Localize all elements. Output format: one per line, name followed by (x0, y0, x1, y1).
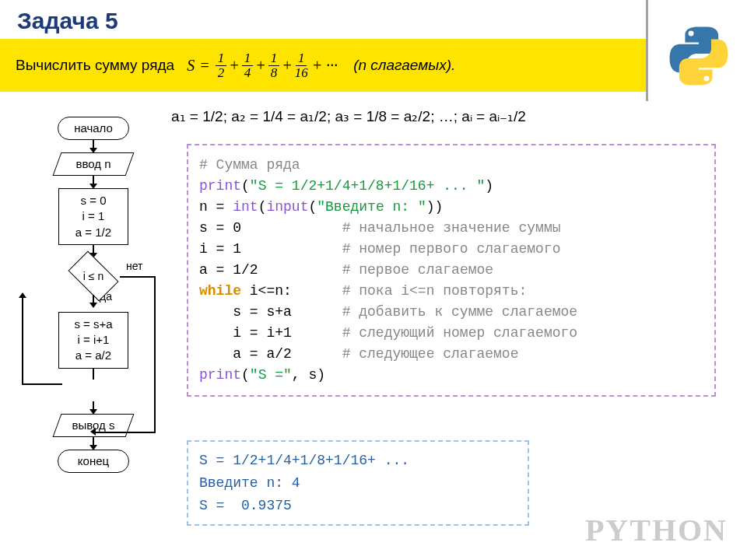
band-formula: S = 12 + 14 + 18 + 116 + ··· (184, 51, 338, 80)
frac-4: 116 (295, 51, 308, 80)
band-post: (n слагаемых). (353, 57, 455, 74)
code-print-2: print (199, 367, 241, 383)
dots: + ··· (312, 57, 338, 75)
divider (646, 0, 648, 101)
fc-body-i: i = i+1 (61, 332, 126, 348)
sym-S: S (187, 57, 195, 75)
task-title: Задача 5 (17, 8, 118, 34)
out-l3: S = 0.9375 (199, 498, 292, 513)
python-watermark: PYTHON (585, 512, 728, 548)
python-logo-icon (666, 23, 731, 89)
sequence-formula: a₁ = 1/2; a₂ = 1/4 = a₁/2; a₃ = 1/8 = a₂… (171, 107, 526, 125)
fc-init: s = 0 i = 1 a = 1/2 (58, 188, 128, 245)
fc-init-a: a = 1/2 (61, 225, 126, 240)
frac-2: 14 (242, 51, 254, 80)
code-listing: # Сумма ряда print("S = 1/2+1/4+1/8+1/16… (187, 144, 716, 397)
frac-3: 18 (268, 51, 280, 80)
fc-cond: i ≤ n (67, 257, 120, 295)
fc-start: начало (58, 117, 129, 140)
plus-1: + (229, 57, 240, 75)
out-l1: S = 1/2+1/4+1/8+1/16+ ... (199, 453, 409, 468)
flowchart: начало ввод n s = 0 i = 1 a = 1/2 нет да… (16, 117, 171, 473)
fc-loop: нет да i ≤ n s = s+a i = i+1 a = a/2 (16, 257, 171, 380)
fc-init-s: s = 0 (61, 193, 126, 208)
fc-end: конец (58, 450, 129, 473)
fc-output: вывод s (57, 414, 130, 437)
output-box: S = 1/2+1/4+1/8+1/16+ ... Введите n: 4 S… (187, 440, 529, 526)
plus-2: + (255, 57, 266, 75)
problem-band: Вычислить сумму ряда S = 12 + 14 + 18 + … (0, 39, 646, 92)
sym-eq: = (199, 57, 210, 75)
svg-point-0 (689, 31, 694, 37)
band-pre: Вычислить сумму ряда (16, 57, 174, 74)
out-l2: Введите n: 4 (199, 475, 300, 491)
code-while: while (199, 283, 241, 299)
code-print-1: print (199, 178, 241, 194)
plus-3: + (282, 57, 293, 75)
fc-body-s: s = s+a (61, 317, 126, 332)
frac-1: 12 (216, 51, 227, 80)
fc-init-i: i = 1 (61, 208, 126, 224)
fc-no: нет (126, 260, 142, 272)
code-comment-header: # Сумма ряда (199, 157, 300, 173)
fc-body-a: a = a/2 (61, 348, 126, 363)
fc-body: s = s+a i = i+1 a = a/2 (58, 312, 128, 369)
svg-point-1 (703, 76, 709, 82)
fc-input: ввод n (57, 152, 130, 176)
